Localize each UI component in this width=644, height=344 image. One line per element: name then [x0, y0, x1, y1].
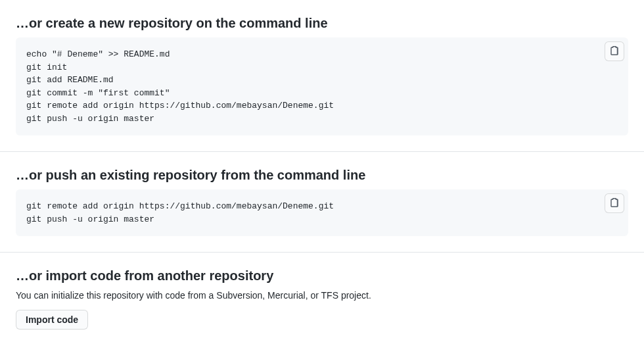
- push-code: git remote add origin https://github.com…: [26, 200, 618, 226]
- create-repo-section: …or create a new repository on the comma…: [0, 0, 644, 152]
- create-code-block: echo "# Deneme" >> README.md git init gi…: [16, 37, 628, 135]
- push-heading: …or push an existing repository from the…: [16, 168, 628, 183]
- clipboard-icon: [609, 197, 620, 210]
- create-code: echo "# Deneme" >> README.md git init gi…: [26, 48, 618, 125]
- push-repo-section: …or push an existing repository from the…: [0, 152, 644, 253]
- clipboard-icon: [609, 45, 620, 58]
- copy-button[interactable]: [605, 41, 624, 61]
- import-repo-section: …or import code from another repository …: [0, 253, 644, 344]
- push-code-block: git remote add origin https://github.com…: [16, 189, 628, 236]
- copy-button[interactable]: [605, 193, 624, 213]
- import-code-button[interactable]: Import code: [16, 310, 88, 330]
- import-description: You can initialize this repository with …: [16, 290, 628, 301]
- import-heading: …or import code from another repository: [16, 268, 628, 283]
- create-heading: …or create a new repository on the comma…: [16, 16, 628, 31]
